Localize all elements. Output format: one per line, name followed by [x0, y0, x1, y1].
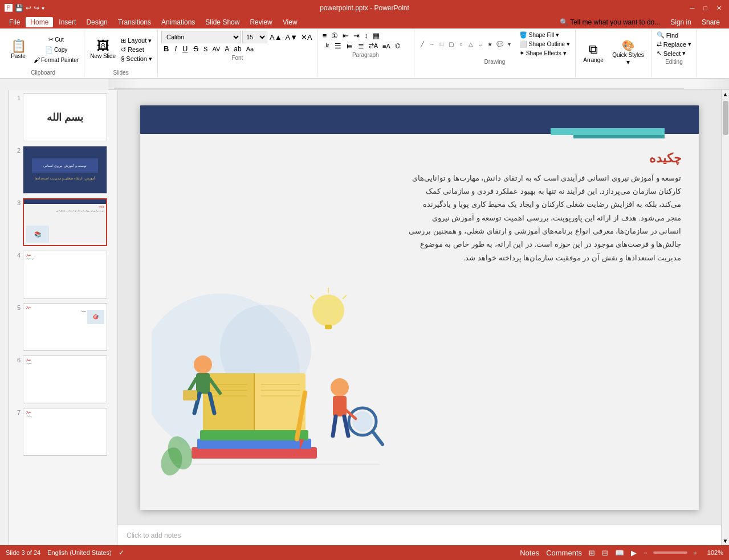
- spell-check-icon[interactable]: ✓: [119, 549, 124, 557]
- align-center-button[interactable]: ☰: [333, 41, 343, 51]
- char-spacing-button[interactable]: AV: [210, 45, 222, 53]
- find-button[interactable]: 🔍 Find: [655, 31, 693, 39]
- clear-formatting-button[interactable]: ✕A: [300, 33, 313, 42]
- scroll-thumb[interactable]: [723, 101, 728, 135]
- align-left-button[interactable]: ⫡: [321, 41, 332, 51]
- columns-button[interactable]: ▦: [371, 31, 381, 40]
- copy-button[interactable]: 📄 Copy: [32, 45, 80, 55]
- menu-slideshow[interactable]: Slide Show: [201, 17, 244, 27]
- bullets-button[interactable]: ≡: [321, 31, 329, 40]
- zoom-level[interactable]: 102%: [703, 549, 723, 556]
- smartart-button[interactable]: ⌬: [393, 42, 402, 50]
- zoom-in-button[interactable]: ＋: [692, 549, 698, 557]
- font-family-select[interactable]: Calibri: [161, 31, 241, 43]
- font-increase-button[interactable]: A▲: [268, 33, 283, 42]
- slide-thumb-1[interactable]: 1 بسم الله: [11, 92, 115, 142]
- notes-bar[interactable]: Click to add notes: [117, 525, 721, 545]
- quick-access-redo-icon[interactable]: ↪: [34, 4, 39, 12]
- cut-button[interactable]: ✂ Cut: [32, 35, 80, 44]
- zoom-out-button[interactable]: －: [642, 549, 649, 557]
- italic-button[interactable]: I: [172, 44, 179, 54]
- font-color-button[interactable]: A: [223, 44, 231, 54]
- slideshow-button[interactable]: ▶: [630, 547, 638, 558]
- shape-effects-dropdown[interactable]: ▾: [563, 50, 567, 57]
- share-button[interactable]: Share: [697, 17, 724, 27]
- slide-thumb-5[interactable]: 5 عنوان 🎯 محتوا...: [11, 302, 115, 352]
- numbering-button[interactable]: ①: [329, 31, 340, 40]
- reset-button[interactable]: ↺ Reset: [119, 46, 154, 54]
- vertical-scrollbar[interactable]: ▲ ▼: [721, 90, 729, 545]
- signin-button[interactable]: Sign in: [666, 17, 696, 27]
- align-text-button[interactable]: ≡A: [381, 42, 392, 50]
- shape-chevron[interactable]: ⌵: [476, 40, 485, 48]
- indent-less-button[interactable]: ⇤: [341, 31, 351, 40]
- shape-outline-dropdown[interactable]: ▾: [567, 40, 570, 48]
- shape-outline-button[interactable]: ⬜ Shape Outline ▾: [518, 40, 572, 48]
- shape-triangle[interactable]: △: [466, 40, 475, 48]
- slide-sorter-button[interactable]: ⊟: [601, 547, 609, 558]
- replace-button[interactable]: ⇄ Replace ▾: [655, 40, 693, 48]
- slide-thumb-6[interactable]: 6 عنوان محتوا...: [11, 354, 115, 404]
- shape-star[interactable]: ★: [486, 40, 495, 48]
- scroll-down-button[interactable]: ▼: [722, 537, 729, 545]
- arrange-button[interactable]: ⧉ Arrange: [579, 41, 608, 64]
- menu-transitions[interactable]: Transitions: [113, 17, 156, 27]
- shape-fill-button[interactable]: 🪣 Shape Fill ▾: [518, 31, 572, 39]
- shape-more[interactable]: ▾: [505, 40, 514, 48]
- reading-view-button[interactable]: 📖: [614, 547, 625, 558]
- line-spacing-button[interactable]: ↕: [363, 31, 370, 40]
- text-highlight-button[interactable]: ab: [232, 44, 243, 54]
- slide-thumb-3[interactable]: 3 چکیده توسعه و آموزش نیروی انسانی فرآین…: [11, 197, 115, 247]
- font-size-select[interactable]: 15: [242, 31, 267, 43]
- shape-arrow[interactable]: →: [427, 40, 437, 48]
- font-size-alt-button[interactable]: Aa: [245, 45, 255, 53]
- strikethrough-button[interactable]: S: [191, 44, 201, 54]
- quick-access-more-icon[interactable]: ▾: [42, 5, 44, 11]
- scroll-up-button[interactable]: ▲: [722, 90, 729, 99]
- indent-more-button[interactable]: ⇥: [352, 31, 361, 40]
- text-direction-button[interactable]: ⇄A: [367, 42, 380, 50]
- normal-view-button[interactable]: ⊞: [588, 547, 596, 558]
- underline-button[interactable]: U: [180, 44, 190, 54]
- slide-canvas[interactable]: چکیده توسعه و آموزش نیروی انسانی فرآیندی…: [140, 105, 699, 510]
- format-painter-button[interactable]: 🖌 Format Painter: [32, 55, 80, 64]
- justify-button[interactable]: ≣: [356, 41, 366, 51]
- font-decrease-button[interactable]: A▼: [284, 33, 299, 42]
- quick-access-save-icon[interactable]: 💾: [15, 4, 23, 12]
- align-right-button[interactable]: ⫢: [344, 41, 355, 51]
- menu-design[interactable]: Design: [82, 17, 112, 27]
- shape-oval[interactable]: ○: [457, 40, 466, 48]
- menu-view[interactable]: View: [278, 17, 302, 27]
- layout-button[interactable]: ⊞ Layout ▾: [119, 36, 154, 45]
- select-button[interactable]: ↖ Select ▾: [655, 49, 693, 58]
- quick-styles-button[interactable]: 🎨 Quick Styles ▾: [609, 38, 647, 67]
- menu-home[interactable]: Home: [26, 17, 53, 27]
- slide-text-area[interactable]: چکیده توسعه و آموزش نیروی انسانی فرآیندی…: [408, 151, 682, 265]
- shadow-button[interactable]: S: [202, 45, 209, 53]
- search-bar[interactable]: 🔍 Tell me what you want to do...: [560, 18, 660, 26]
- comments-button[interactable]: Comments: [545, 547, 583, 558]
- menu-review[interactable]: Review: [245, 17, 276, 27]
- maximize-button[interactable]: □: [701, 3, 710, 13]
- replace-dropdown[interactable]: ▾: [688, 40, 691, 48]
- zoom-slider[interactable]: [653, 551, 687, 554]
- shape-rect[interactable]: □: [437, 40, 446, 48]
- close-button[interactable]: ✕: [714, 3, 724, 13]
- slide-thumb-4[interactable]: 4 عنوان متن محتوا...: [11, 250, 115, 300]
- shape-callout[interactable]: 💬: [495, 40, 504, 48]
- shape-effects-button[interactable]: ✦ Shape Effects ▾: [518, 49, 572, 58]
- shape-fill-dropdown[interactable]: ▾: [556, 31, 559, 39]
- menu-insert[interactable]: Insert: [54, 17, 80, 27]
- paste-button[interactable]: 📋 Paste: [6, 38, 31, 61]
- menu-file[interactable]: File: [5, 17, 25, 27]
- select-dropdown[interactable]: ▾: [682, 50, 686, 57]
- shape-rounded[interactable]: ▢: [447, 40, 456, 48]
- slide-thumb-2[interactable]: 2 توسعه و آموزش نیروی انسانی آموزش، ارتق…: [11, 145, 115, 195]
- bold-button[interactable]: B: [161, 44, 171, 54]
- shape-line[interactable]: ╱: [418, 40, 427, 48]
- new-slide-button[interactable]: 🖼 New Slide: [88, 38, 118, 61]
- menu-animations[interactable]: Animations: [157, 17, 199, 27]
- quick-access-undo-icon[interactable]: ↩: [26, 4, 31, 12]
- notes-button[interactable]: Notes: [519, 547, 540, 558]
- slide-thumb-7[interactable]: 7 عنوان محتوا...: [11, 407, 115, 457]
